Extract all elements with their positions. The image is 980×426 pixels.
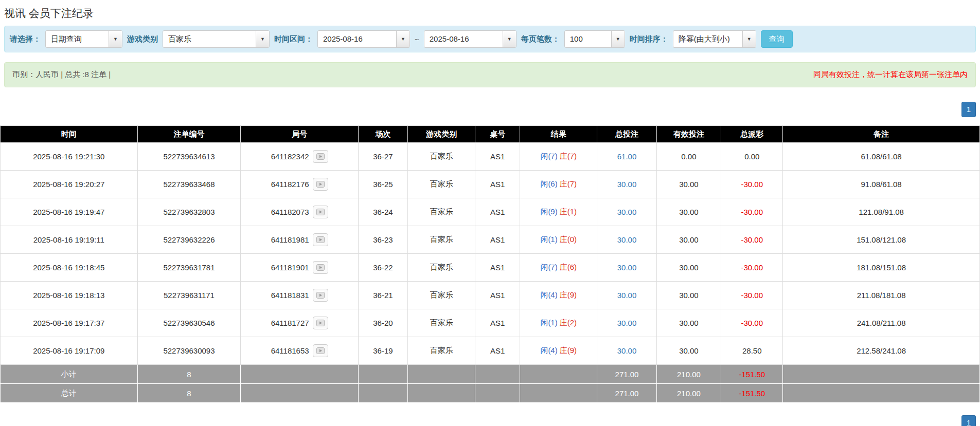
cell-payout: -30.00	[721, 226, 783, 254]
result-player: 闲(7)	[540, 152, 557, 160]
result-banker: 庄(1)	[560, 207, 577, 216]
game-type-dropdown[interactable]: 百家乐 ▼	[163, 30, 270, 48]
header-payout: 总派彩	[721, 126, 783, 143]
subtotal-total-bet: 271.00	[597, 365, 656, 384]
cell-game-type: 百家乐	[408, 254, 475, 282]
chevron-down-icon[interactable]: ▼	[256, 31, 269, 47]
cell-result: 闲(4)庄(9)	[520, 282, 597, 309]
page-size-dropdown[interactable]: 100 ▼	[564, 30, 625, 48]
query-type-dropdown[interactable]: 日期查询 ▼	[45, 30, 122, 48]
round-id-text: 641182176	[271, 180, 309, 189]
date-to-dropdown[interactable]: 2025-08-16 ▼	[424, 30, 516, 48]
cell-total-bet: 30.00	[597, 226, 656, 254]
chevron-down-icon[interactable]: ▼	[109, 31, 122, 47]
table-row: 2025-08-16 19:19:47 522739632803 6411820…	[1, 198, 980, 226]
cell-round-id: 641182342	[241, 143, 358, 171]
cell-game-type: 百家乐	[408, 309, 475, 337]
cell-bet-id: 522739631171	[137, 282, 241, 309]
result-banker: 庄(6)	[560, 263, 577, 271]
cell-game-type: 百家乐	[408, 198, 475, 226]
result-player: 闲(1)	[540, 235, 557, 244]
bet-records-table: 时间 注单编号 局号 场次 游戏类别 桌号 结果 总投注 有效投注 总派彩 备注…	[0, 125, 980, 403]
total-row: 总计 8 271.00 210.00 -151.50	[1, 384, 980, 403]
video-replay-icon[interactable]	[313, 317, 328, 329]
round-id-text: 641181831	[271, 291, 309, 300]
chevron-down-icon[interactable]: ▼	[611, 31, 625, 47]
cell-game-type: 百家乐	[408, 337, 475, 365]
date-from-dropdown[interactable]: 2025-08-16 ▼	[317, 30, 410, 48]
table-row: 2025-08-16 19:18:13 522739631171 6411818…	[1, 282, 980, 309]
table-body: 2025-08-16 19:21:30 522739634613 6411823…	[1, 143, 980, 365]
total-bet-link[interactable]: 30.00	[617, 235, 637, 244]
table-row: 2025-08-16 19:17:09 522739630093 6411816…	[1, 337, 980, 365]
video-replay-icon[interactable]	[313, 150, 328, 163]
cell-payout: -30.00	[721, 282, 783, 309]
cell-result: 闲(7)庄(7)	[520, 143, 597, 171]
sort-dropdown[interactable]: 降幂(由大到小) ▼	[673, 30, 756, 48]
cell-game-type: 百家乐	[408, 143, 475, 171]
subtotal-valid-bet: 210.00	[656, 365, 721, 384]
cell-total-bet: 61.00	[597, 143, 656, 171]
cell-remark: 212.58/241.08	[783, 337, 980, 365]
chevron-down-icon[interactable]: ▼	[503, 31, 516, 47]
result-player: 闲(4)	[540, 346, 557, 355]
currency-summary: 币别：人民币 | 总共 :8 注单 |	[12, 70, 111, 80]
cell-payout: -30.00	[721, 171, 783, 198]
date-range-tilde: ~	[415, 35, 419, 44]
result-banker: 庄(2)	[560, 318, 577, 327]
total-count: 8	[137, 384, 241, 403]
cell-remark: 61.08/61.08	[783, 143, 980, 171]
cell-result: 闲(4)庄(9)	[520, 337, 597, 365]
cell-remark: 241.08/211.08	[783, 309, 980, 337]
table-row: 2025-08-16 19:17:37 522739630546 6411817…	[1, 309, 980, 337]
subtotal-label: 小计	[1, 365, 138, 384]
chevron-down-icon[interactable]: ▼	[742, 31, 756, 47]
sort-value: 降幂(由大到小)	[673, 31, 742, 47]
filter-bar: 请选择： 日期查询 ▼ 游戏类别 百家乐 ▼ 时间区间： 2025-08-16 …	[4, 26, 976, 52]
cell-total-bet: 30.00	[597, 254, 656, 282]
table-row: 2025-08-16 19:21:30 522739634613 6411823…	[1, 143, 980, 171]
search-button[interactable]: 查询	[761, 30, 793, 48]
subtotal-payout: -151.50	[721, 365, 783, 384]
cell-game-type: 百家乐	[408, 282, 475, 309]
header-total-bet: 总投注	[597, 126, 656, 143]
total-bet-link[interactable]: 30.00	[617, 319, 637, 327]
cell-table-no: AS1	[475, 198, 520, 226]
video-replay-icon[interactable]	[313, 261, 328, 274]
video-replay-icon[interactable]	[313, 289, 328, 302]
cell-session: 36-19	[358, 337, 407, 365]
info-bar: 币别：人民币 | 总共 :8 注单 | 同局有效投注，统一计算在该局第一张注单内	[4, 62, 976, 87]
cell-session: 36-23	[358, 226, 407, 254]
page-1-button[interactable]: 1	[961, 102, 976, 117]
date-range-label: 时间区间：	[274, 34, 313, 44]
total-bet-link[interactable]: 30.00	[617, 208, 637, 216]
result-banker: 庄(7)	[560, 179, 577, 188]
video-replay-icon[interactable]	[313, 206, 328, 218]
header-round-id: 局号	[241, 126, 358, 143]
total-bet-link[interactable]: 30.00	[617, 346, 637, 355]
total-bet-link[interactable]: 61.00	[617, 152, 637, 161]
total-bet-link[interactable]: 30.00	[617, 263, 637, 272]
cell-time: 2025-08-16 19:17:09	[1, 337, 138, 365]
cell-time: 2025-08-16 19:18:45	[1, 254, 138, 282]
total-bet-link[interactable]: 30.00	[617, 291, 637, 300]
cell-session: 36-22	[358, 254, 407, 282]
total-bet-link[interactable]: 30.00	[617, 180, 637, 189]
result-player: 闲(4)	[540, 290, 557, 299]
result-banker: 庄(7)	[560, 152, 577, 160]
video-replay-icon[interactable]	[313, 178, 328, 191]
date-from-value: 2025-08-16	[318, 31, 396, 47]
cell-payout: -30.00	[721, 198, 783, 226]
cell-table-no: AS1	[475, 309, 520, 337]
table-row: 2025-08-16 19:18:45 522739631781 6411819…	[1, 254, 980, 282]
page-1-button-bottom[interactable]: 1	[961, 415, 976, 426]
total-total-bet: 271.00	[597, 384, 656, 403]
cell-valid-bet: 30.00	[656, 282, 721, 309]
video-replay-icon[interactable]	[313, 233, 328, 246]
round-id-text: 641181653	[271, 346, 309, 355]
cell-valid-bet: 30.00	[656, 171, 721, 198]
cell-valid-bet: 30.00	[656, 226, 721, 254]
video-replay-icon[interactable]	[313, 344, 328, 357]
cell-remark: 181.08/151.08	[783, 254, 980, 282]
chevron-down-icon[interactable]: ▼	[396, 31, 409, 47]
